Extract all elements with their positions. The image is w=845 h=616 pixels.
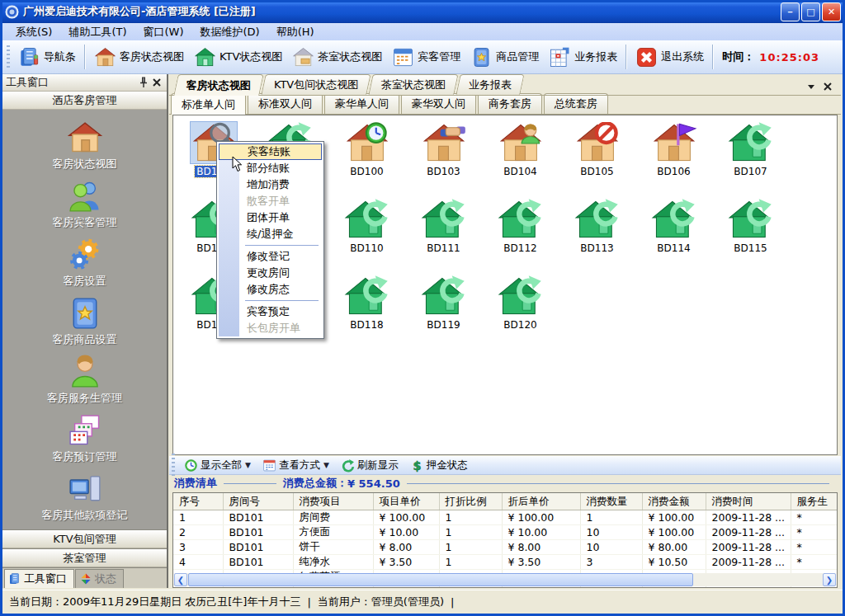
scroll-right-icon[interactable]: ❯: [823, 573, 836, 586]
sidebar-item-5[interactable]: 客房预订管理: [2, 409, 167, 468]
document-tab-1[interactable]: KTV包间状态视图: [261, 74, 371, 95]
column-header-0[interactable]: 序号: [173, 493, 223, 510]
sidebar-item-label: 客房宾客管理: [53, 215, 117, 230]
sidebar-item-0[interactable]: 客房状态视图: [2, 116, 167, 175]
sidebar-tab-1[interactable]: 状态: [75, 569, 124, 588]
toolbar-separator: [84, 45, 86, 69]
menubar-item-4[interactable]: 帮助(H): [268, 23, 323, 41]
room-BD106[interactable]: BD106: [635, 122, 712, 199]
column-header-6[interactable]: 消费数量: [580, 493, 642, 510]
document-tab-2[interactable]: 茶室状态视图: [369, 74, 459, 95]
sidebar-item-6[interactable]: 客房其他款项登记: [2, 468, 167, 526]
room-type-tab-0[interactable]: 标准单人间: [171, 93, 246, 115]
room-BD100[interactable]: BD100: [328, 122, 405, 199]
context-menu-item-5[interactable]: 续/退押金: [219, 226, 322, 242]
menubar-item-3[interactable]: 数据维护(D): [192, 23, 268, 41]
column-header-3[interactable]: 项目单价: [373, 493, 439, 510]
table-cell: *: [791, 555, 838, 570]
table-row-2[interactable]: 3BD101饼干¥ 8.001¥ 8.0010¥ 80.002009-11-28…: [173, 540, 838, 555]
action-button-0[interactable]: 显示全部▼: [178, 457, 257, 474]
toolbar-button-2[interactable]: KTV状态视图: [189, 43, 287, 72]
context-menu-item-7[interactable]: 修改登记: [219, 248, 322, 265]
room-BD103[interactable]: BD103: [405, 122, 482, 199]
house-handshake-icon: [421, 122, 467, 163]
room-BD113[interactable]: BD113: [559, 199, 635, 275]
sidebar-item-4[interactable]: 客房服务生管理: [2, 350, 167, 409]
room-type-tab-2[interactable]: 豪华单人间: [324, 93, 399, 114]
tab-close-icon[interactable]: [823, 82, 833, 92]
room-BD120[interactable]: BD120: [482, 275, 559, 352]
time-label: 时间：: [722, 49, 754, 64]
context-menu-item-9[interactable]: 修改房态: [219, 281, 322, 298]
toolbar-button-0[interactable]: 导航条: [13, 43, 81, 72]
table-row-3[interactable]: 4BD101纯净水¥ 3.501¥ 3.503¥ 10.502009-11-28…: [173, 555, 838, 570]
column-header-2[interactable]: 消费项目: [293, 493, 373, 510]
column-header-9[interactable]: 服务生: [791, 493, 838, 510]
context-menu-item-8[interactable]: 更改房间: [219, 265, 322, 281]
room-BD114[interactable]: BD114: [635, 199, 712, 275]
horizontal-scrollbar[interactable]: ❮ ❯: [174, 573, 836, 586]
sidebar-close-icon[interactable]: [150, 76, 163, 89]
column-header-1[interactable]: 房间号: [223, 493, 293, 510]
tab-scroll-down-icon[interactable]: [806, 82, 816, 92]
scrollbar-thumb[interactable]: [188, 573, 693, 586]
action-button-1[interactable]: 查看方式▼: [257, 457, 335, 474]
action-button-3[interactable]: $押金状态: [404, 457, 474, 474]
navigator-book-icon: [18, 46, 40, 68]
sidebar-group-0[interactable]: KTV包间管理: [2, 529, 167, 548]
column-header-7[interactable]: 消费金额: [642, 493, 706, 510]
waiter-icon: [67, 354, 103, 390]
toolbar-button-6[interactable]: 业务报表: [544, 43, 622, 72]
context-menu-item-2[interactable]: 增加消费: [219, 176, 322, 193]
toolbar-button-4[interactable]: 宾客管理: [387, 43, 465, 72]
room-BD105[interactable]: BD105: [559, 122, 635, 199]
context-menu-item-4[interactable]: 团体开单: [219, 209, 322, 226]
sidebar-item-1[interactable]: 客房宾客管理: [2, 175, 167, 233]
room-type-tab-4[interactable]: 商务套房: [478, 93, 542, 114]
maximize-button[interactable]: □: [801, 2, 820, 21]
menubar-item-0[interactable]: 系统(S): [7, 23, 60, 41]
room-BD115[interactable]: BD115: [712, 199, 789, 275]
context-menu-item-11[interactable]: 宾客预定: [219, 303, 322, 320]
action-button-2[interactable]: 刷新显示: [335, 457, 404, 474]
column-header-8[interactable]: 消费时间: [706, 493, 791, 510]
room-BD110[interactable]: BD110: [328, 199, 405, 275]
sidebar-item-3[interactable]: 客房商品设置: [2, 292, 167, 350]
toolbar-grip[interactable]: [7, 45, 10, 68]
room-type-tab-5[interactable]: 总统套房: [544, 93, 608, 114]
room-type-tab-3[interactable]: 豪华双人间: [401, 93, 476, 114]
document-tab-3[interactable]: 业务报表: [456, 74, 525, 95]
sidebar-item-2[interactable]: 客房设置: [2, 233, 167, 292]
table-cell: BD101: [223, 525, 293, 540]
close-button[interactable]: ✕: [822, 2, 841, 21]
menubar-item-1[interactable]: 辅助工具(T): [60, 23, 135, 41]
sidebar-group-1[interactable]: 茶室管理: [2, 548, 167, 567]
sidebar-group-hotel-rooms[interactable]: 酒店客房管理: [2, 92, 167, 110]
sidebar-tab-0[interactable]: 工具窗口: [4, 569, 74, 588]
room-label: BD112: [502, 242, 538, 254]
room-BD104[interactable]: BD104: [482, 122, 559, 199]
room-BD118[interactable]: BD118: [328, 275, 405, 352]
menubar-item-2[interactable]: 窗口(W): [135, 23, 192, 41]
document-tab-0[interactable]: 客房状态视图: [173, 74, 264, 96]
table-cell: ¥ 100.00: [373, 510, 439, 525]
column-header-5[interactable]: 折后单价: [502, 493, 580, 510]
actionbar-grip[interactable]: [172, 454, 175, 477]
pin-icon[interactable]: [137, 76, 150, 89]
toolbar-button-5[interactable]: 商品管理: [465, 43, 544, 72]
minimize-button[interactable]: －: [781, 2, 800, 21]
context-menu-item-12[interactable]: 长包房开单: [219, 320, 322, 336]
scroll-left-icon[interactable]: ❮: [174, 573, 187, 586]
toolbar-button-7[interactable]: 退出系统: [630, 43, 709, 72]
column-header-4[interactable]: 打折比例: [439, 493, 502, 510]
room-BD112[interactable]: BD112: [482, 199, 559, 275]
room-BD107[interactable]: BD107: [712, 122, 789, 199]
room-BD119[interactable]: BD119: [405, 275, 482, 352]
toolbar-button-3[interactable]: 茶室状态视图: [287, 43, 387, 72]
context-menu-item-3[interactable]: 散客开单: [219, 193, 322, 209]
room-type-tab-1[interactable]: 标准双人间: [248, 93, 323, 114]
table-row-1[interactable]: 2BD101方便面¥ 10.001¥ 10.0010¥ 100.002009-1…: [173, 525, 838, 540]
toolbar-button-1[interactable]: 客房状态视图: [89, 43, 189, 72]
room-BD111[interactable]: BD111: [405, 199, 482, 275]
table-row-0[interactable]: 1BD101房间费¥ 100.001¥ 100.001¥ 100.002009-…: [173, 510, 838, 525]
